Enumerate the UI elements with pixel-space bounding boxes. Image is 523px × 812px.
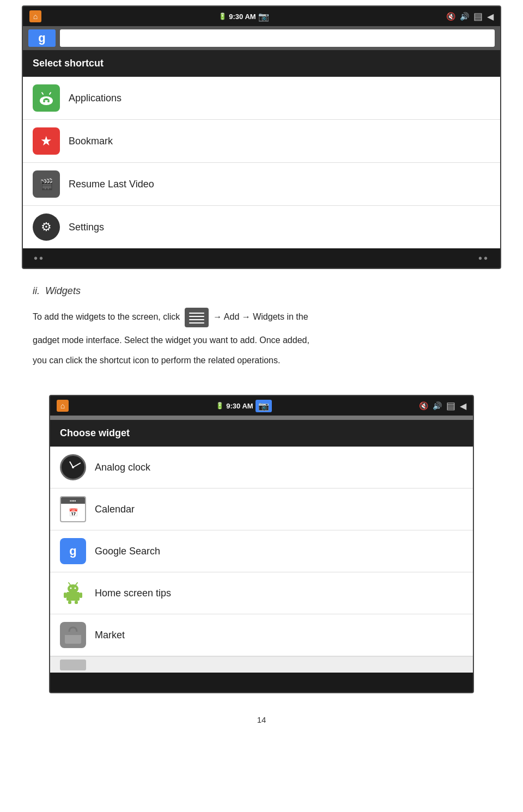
home-tips-label: Home screen tips: [95, 588, 171, 599]
svg-rect-8: [189, 322, 204, 323]
svg-line-13: [69, 583, 70, 585]
doc-text-before-icon: To add the widgets to the screen, click: [33, 312, 180, 321]
google-search-widget-icon: g: [60, 538, 86, 564]
svg-point-0: [40, 96, 53, 105]
dialog-item-bookmark[interactable]: ★ Bookmark: [23, 120, 500, 163]
choose-widget-dialog: Choose widget Analog clock ▪▪▪▪ 📅: [50, 420, 473, 673]
section-numeral: ii.: [33, 285, 40, 296]
calendar-icon-top: ▪▪▪▪: [61, 497, 85, 504]
bookmark-icon: ★: [33, 127, 60, 155]
status-bar-right: 🔇 🔊 ▤ ◀: [446, 10, 494, 22]
sound-off-icon-2: 🔇: [419, 401, 428, 410]
back-icon-2[interactable]: ◀: [460, 401, 466, 411]
select-shortcut-dialog: Select shortcut Applications: [23, 50, 500, 248]
market-bag-icon: [62, 624, 84, 646]
google-letter: g: [38, 31, 45, 45]
status-bar-center: 🔋 9:30 AM 📷: [218, 11, 269, 22]
svg-rect-6: [189, 316, 204, 317]
battery-icon: 🔋: [218, 13, 227, 20]
section-heading: ii. Widgets: [33, 285, 490, 297]
dialog-item-applications[interactable]: Applications: [23, 77, 500, 120]
choose-widget-title: Choose widget: [50, 420, 473, 447]
google-search-label: Google Search: [95, 546, 160, 557]
dialog-item-analog-clock[interactable]: Analog clock: [50, 447, 473, 489]
svg-rect-7: [189, 319, 204, 320]
bookmark-label: Bookmark: [69, 136, 113, 147]
section-title: Widgets: [45, 285, 81, 296]
market-label: Market: [95, 630, 125, 641]
dialog-item-google-search[interactable]: g Google Search: [50, 530, 473, 572]
back-icon[interactable]: ◀: [487, 11, 494, 22]
applications-icon: [33, 84, 60, 112]
calendar-label: Calendar: [95, 504, 135, 515]
dialog-item-partial: [50, 656, 473, 673]
svg-point-10: [68, 584, 78, 593]
svg-line-4: [50, 93, 51, 94]
dialog-title: Select shortcut: [23, 50, 500, 77]
svg-rect-9: [66, 592, 80, 601]
battery-icon-2: 🔋: [216, 402, 224, 410]
menu-icon[interactable]: ▤: [473, 10, 483, 22]
android-home-tips-icon: [60, 580, 86, 606]
top-scroll-indicator: [50, 416, 473, 420]
doc-paragraph-1: To add the widgets to the screen, click …: [33, 308, 490, 327]
screenshot-2-bottom-bar: [50, 673, 473, 692]
dialog-item-settings[interactable]: ⚙ Settings: [23, 206, 500, 248]
status-bar-2: ⌂ 🔋 9:30 AM 📷 🔇 🔊 ▤ ◀: [50, 396, 473, 416]
menu-icon-2[interactable]: ▤: [446, 400, 455, 412]
settings-label: Settings: [69, 222, 104, 233]
camera-icon: 📷: [258, 11, 269, 22]
applications-label: Applications: [69, 93, 121, 104]
doc-paragraph-3: you can click the shortcut icon to perfo…: [33, 353, 490, 368]
status-bar-1: ⌂ 🔋 9:30 AM 📷 🔇 🔊 ▤ ◀: [23, 7, 500, 26]
clock-center-dot: [72, 466, 74, 468]
status-bar-2-left: ⌂: [57, 400, 69, 412]
dialog-item-home-tips[interactable]: Home screen tips: [50, 572, 473, 614]
screenshot-bottom-bar: •• ••: [23, 248, 500, 268]
screenshot-1: ⌂ 🔋 9:30 AM 📷 🔇 🔊 ▤ ◀ g Select shortcu: [22, 5, 501, 269]
status-bar-left: ⌂: [29, 10, 41, 22]
video-label: Resume Last Video: [69, 179, 154, 190]
status-bar-2-right: 🔇 🔊 ▤ ◀: [419, 400, 466, 412]
page-number-value: 14: [257, 715, 266, 724]
search-input-field[interactable]: [60, 29, 495, 47]
svg-line-3: [42, 93, 43, 94]
time-display: 9:30 AM: [229, 13, 256, 21]
svg-line-14: [76, 583, 77, 585]
volume-icon: 🔊: [460, 12, 469, 21]
svg-point-2: [47, 100, 50, 102]
time-display-2: 9:30 AM: [226, 402, 253, 410]
camera-icon-2: 📷: [256, 400, 272, 412]
dialog-item-market[interactable]: Market: [50, 614, 473, 656]
svg-rect-17: [68, 601, 71, 604]
svg-point-12: [75, 588, 76, 589]
doc-text-after-icon: → Add → Widgets in the: [213, 312, 308, 321]
home-icon[interactable]: ⌂: [29, 10, 41, 22]
menu-button-icon: [185, 308, 209, 327]
page-number: 14: [0, 704, 523, 735]
sound-off-icon: 🔇: [446, 12, 455, 21]
dialog-item-calendar[interactable]: ▪▪▪▪ 📅 Calendar: [50, 489, 473, 530]
screenshot-2: ⌂ 🔋 9:30 AM 📷 🔇 🔊 ▤ ◀ Choose widget: [49, 395, 474, 693]
document-section: ii. Widgets To add the widgets to the sc…: [0, 269, 523, 389]
svg-rect-18: [75, 601, 78, 604]
doc-paragraph-2: gadget mode interface. Select the widget…: [33, 333, 490, 347]
dialog-item-video[interactable]: 🎬 Resume Last Video: [23, 163, 500, 206]
status-bar-2-center: 🔋 9:30 AM 📷: [216, 400, 271, 412]
market-icon: [60, 622, 86, 648]
calendar-icon: ▪▪▪▪ 📅: [60, 496, 86, 522]
svg-rect-20: [65, 632, 81, 635]
settings-icon: ⚙: [33, 213, 60, 241]
partial-item-icon: [60, 660, 86, 670]
analog-clock-label: Analog clock: [95, 462, 150, 473]
svg-rect-5: [189, 313, 204, 314]
svg-rect-16: [80, 593, 82, 598]
google-g-letter: g: [69, 544, 76, 558]
google-search-icon: g: [28, 29, 56, 47]
video-icon: 🎬: [33, 170, 60, 198]
analog-clock-icon: [60, 454, 86, 480]
home-icon-2[interactable]: ⌂: [57, 400, 69, 412]
right-dots: ••: [478, 252, 489, 265]
calendar-icon-body: 📅: [61, 504, 85, 521]
svg-point-1: [43, 100, 45, 102]
